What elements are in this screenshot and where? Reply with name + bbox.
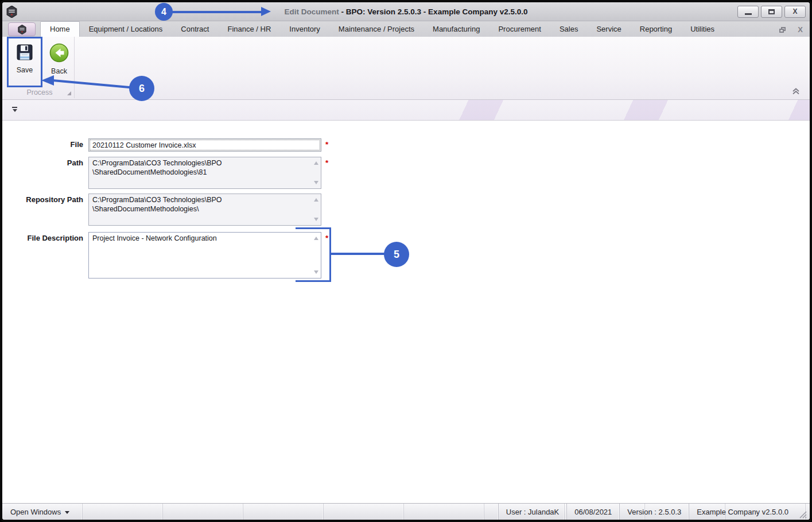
window-title-app: - BPO: Version 2.5.0.3 - Example Company… — [341, 7, 528, 16]
scroll-up-icon[interactable] — [314, 198, 318, 202]
save-button-label: Save — [17, 66, 33, 74]
back-button[interactable]: Back — [45, 37, 73, 75]
dialog-launcher-icon[interactable] — [67, 91, 71, 95]
ribbon-group-label: Process — [26, 88, 52, 96]
tab-reporting[interactable]: Reporting — [631, 22, 681, 37]
minimize-icon — [745, 13, 752, 15]
mdi-close-button[interactable]: X — [798, 26, 803, 33]
callout-5-connector — [330, 253, 386, 255]
bpo-logo-icon — [18, 25, 26, 34]
path-label: Path — [2, 157, 88, 167]
window-title-document: Edit Document — [285, 7, 339, 16]
file-label: File — [2, 138, 88, 149]
ribbon-group-buttons: Save Back — [5, 37, 74, 87]
collapse-ribbon-icon[interactable] — [791, 87, 801, 95]
callout-4-arrow-head — [261, 7, 271, 16]
app-window: Edit Document - BPO: Version 2.5.0.3 - E… — [2, 2, 810, 520]
repository-path-label: Repository Path — [2, 194, 88, 204]
tab-service[interactable]: Service — [587, 22, 630, 37]
collapse-panel-icon[interactable] — [11, 107, 18, 113]
tab-equipment-locations[interactable]: Equipment / Locations — [80, 22, 172, 37]
mdi-window-controls: X — [767, 26, 803, 33]
application-menu-button[interactable] — [8, 22, 36, 36]
status-date: 06/08/2021 — [566, 504, 619, 520]
file-row: File * — [2, 138, 810, 152]
back-arrow-icon — [49, 42, 69, 63]
ribbon-tab-row: Home Equipment / Locations Contract Fina… — [2, 21, 810, 37]
tab-utilities[interactable]: Utilities — [681, 22, 724, 37]
callout-4-badge: 4 — [155, 3, 173, 21]
window-controls: X — [737, 6, 806, 18]
tab-home[interactable]: Home — [40, 21, 80, 37]
status-bar: Open Windows User : JulandaK 06/08/2021 … — [2, 503, 810, 520]
open-windows-label: Open Windows — [10, 508, 61, 516]
callout-5-bracket — [296, 227, 331, 282]
ribbon-group-process: Save Back Process — [5, 37, 75, 98]
file-description-label: File Description — [2, 232, 88, 242]
mdi-restore-button[interactable] — [779, 27, 786, 33]
path-textarea[interactable]: C:\ProgramData\CO3 Technologies\BPO \Sha… — [88, 157, 321, 189]
edit-document-form: File * Path C:\ProgramData\CO3 Technolog… — [2, 121, 810, 503]
status-bar-right: User : JulandaK 06/08/2021 Version : 2.5… — [498, 504, 810, 520]
scroll-down-icon[interactable] — [314, 218, 318, 221]
tab-finance-hr[interactable]: Finance / HR — [218, 22, 280, 37]
tab-inventory[interactable]: Inventory — [280, 22, 329, 37]
save-button-highlight: Save — [7, 37, 42, 87]
callout-6-badge: 6 — [129, 76, 154, 101]
required-asterisk: * — [325, 138, 328, 149]
scroll-down-icon[interactable] — [314, 181, 318, 184]
file-description-textarea[interactable]: Project Invoice - Network Configuration — [88, 232, 321, 279]
path-row: Path C:\ProgramData\CO3 Technologies\BPO… — [2, 157, 810, 189]
resize-grip[interactable] — [798, 510, 807, 519]
window-frame: Edit Document - BPO: Version 2.5.0.3 - E… — [0, 0, 812, 522]
window-title: Edit Document - BPO: Version 2.5.0.3 - E… — [2, 7, 810, 16]
back-button-label: Back — [51, 67, 67, 75]
ribbon-group-footer: Process — [5, 87, 74, 97]
minimize-button[interactable] — [737, 6, 759, 18]
tab-maintenance-projects[interactable]: Maintenance / Projects — [329, 22, 424, 37]
tab-manufacturing[interactable]: Manufacturing — [424, 22, 489, 37]
title-bar: Edit Document - BPO: Version 2.5.0.3 - E… — [2, 2, 810, 21]
save-button[interactable]: Save — [15, 42, 34, 74]
file-input[interactable] — [88, 138, 321, 152]
bpo-logo-icon — [6, 6, 17, 18]
callout-5-badge: 5 — [384, 242, 409, 267]
document-toolbar-strip — [2, 100, 810, 121]
ribbon: Save Back Process — [2, 37, 810, 100]
repository-path-textarea[interactable]: C:\ProgramData\CO3 Technologies\BPO \Sha… — [88, 194, 321, 226]
chevron-down-icon — [65, 511, 69, 514]
required-asterisk: * — [325, 157, 328, 167]
status-company: Example Company v2.5.0.0 — [689, 504, 796, 520]
tab-contract[interactable]: Contract — [172, 22, 218, 37]
tab-procurement[interactable]: Procurement — [489, 22, 550, 37]
maximize-icon — [768, 9, 775, 14]
close-button[interactable]: X — [784, 6, 806, 18]
tab-sales[interactable]: Sales — [550, 22, 588, 37]
status-version: Version : 2.5.0.3 — [619, 504, 689, 520]
status-user: User : JulandaK — [498, 504, 567, 520]
callout-4-arrow-line — [171, 11, 262, 13]
open-windows-dropdown[interactable]: Open Windows — [2, 504, 77, 520]
scroll-up-icon[interactable] — [314, 161, 318, 165]
save-floppy-icon — [15, 42, 34, 62]
repository-path-row: Repository Path C:\ProgramData\CO3 Techn… — [2, 194, 810, 226]
maximize-button[interactable] — [761, 6, 782, 18]
close-icon: X — [792, 8, 797, 15]
